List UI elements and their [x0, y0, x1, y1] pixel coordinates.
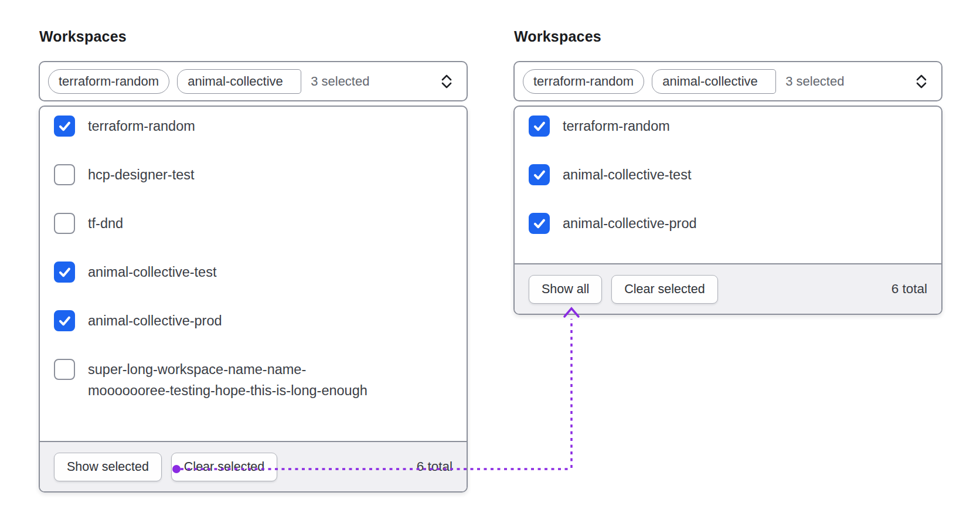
option-label: animal-collective-test: [563, 164, 691, 185]
option-row[interactable]: super-long-workspace-name-name- moooooor…: [54, 359, 452, 401]
total-count: 6 total: [417, 459, 452, 474]
clear-selected-button[interactable]: Clear selected: [171, 453, 277, 481]
option-row[interactable]: terraform-random: [54, 116, 452, 137]
option-row[interactable]: terraform-random: [529, 116, 927, 137]
selected-count: 3 selected: [311, 74, 369, 89]
option-label: hcp-designer-test: [88, 164, 195, 185]
total-count: 6 total: [891, 281, 927, 297]
workspaces-dropdown: terraform-random animal-collective-test …: [513, 106, 942, 315]
chevron-up-down-icon: [914, 73, 928, 90]
option-row[interactable]: hcp-designer-test: [54, 164, 452, 185]
multiselect-before: Workspaces terraform-random animal-colle…: [39, 28, 468, 493]
checkbox[interactable]: [54, 116, 75, 137]
selected-count: 3 selected: [785, 74, 844, 89]
checkbox[interactable]: [529, 213, 550, 234]
checkbox[interactable]: [54, 213, 75, 234]
checkbox[interactable]: [529, 116, 550, 137]
workspaces-label: Workspaces: [39, 28, 468, 45]
checkbox[interactable]: [54, 164, 75, 185]
option-label: terraform-random: [88, 116, 195, 137]
option-list: terraform-random hcp-designer-test tf-dn…: [40, 107, 467, 441]
clear-selected-button[interactable]: Clear selected: [611, 275, 717, 304]
dropdown-footer: Show selected Clear selected 6 total: [40, 441, 467, 491]
selected-tag-truncated: animal-collective: [652, 69, 776, 94]
option-list: terraform-random animal-collective-test …: [515, 107, 941, 263]
option-row[interactable]: tf-dnd: [54, 213, 452, 234]
selected-tag: terraform-random: [48, 69, 169, 94]
checkbox[interactable]: [529, 164, 550, 185]
selected-tag-truncated: animal-collective: [177, 69, 301, 94]
option-label: super-long-workspace-name-name- moooooor…: [88, 359, 368, 401]
checkmark-icon: [55, 310, 74, 331]
workspaces-select-trigger[interactable]: terraform-random animal-collective 3 sel…: [39, 61, 468, 101]
option-row[interactable]: animal-collective-prod: [529, 213, 927, 234]
option-label: animal-collective-prod: [88, 310, 222, 331]
workspaces-select-trigger[interactable]: terraform-random animal-collective 3 sel…: [513, 61, 942, 101]
workspaces-dropdown: terraform-random hcp-designer-test tf-dn…: [39, 106, 468, 493]
workspaces-label: Workspaces: [514, 28, 942, 45]
option-label: terraform-random: [563, 116, 670, 137]
checkmark-icon: [530, 213, 549, 234]
option-row[interactable]: animal-collective-prod: [54, 310, 452, 331]
option-row[interactable]: animal-collective-test: [54, 262, 452, 283]
option-row[interactable]: animal-collective-test: [529, 164, 927, 185]
page: Workspaces terraform-random animal-colle…: [0, 0, 980, 523]
show-all-button[interactable]: Show all: [529, 275, 602, 304]
checkmark-icon: [530, 164, 549, 185]
selected-tag: terraform-random: [523, 69, 644, 94]
checkbox[interactable]: [54, 262, 75, 283]
multiselect-after: Workspaces terraform-random animal-colle…: [513, 28, 942, 315]
option-label: animal-collective-prod: [563, 213, 697, 234]
checkmark-icon: [55, 116, 74, 137]
option-label: animal-collective-test: [88, 262, 216, 283]
checkmark-icon: [530, 116, 549, 137]
show-selected-button[interactable]: Show selected: [54, 453, 162, 481]
checkbox[interactable]: [54, 310, 75, 331]
checkmark-icon: [55, 262, 74, 283]
chevron-up-down-icon: [440, 73, 454, 90]
option-label: tf-dnd: [88, 213, 123, 234]
dropdown-footer: Show all Clear selected 6 total: [515, 263, 941, 314]
checkbox[interactable]: [54, 359, 75, 380]
